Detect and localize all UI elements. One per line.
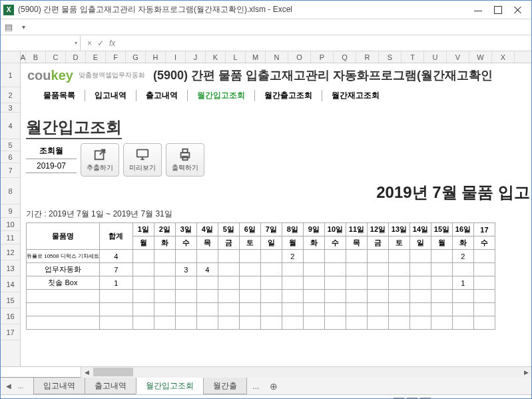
row-header[interactable]: 8 xyxy=(1,178,20,204)
report-title: 2019년 7월 물품 입고 xyxy=(21,179,531,206)
column-header[interactable]: F xyxy=(106,51,126,63)
row-header[interactable]: 17 xyxy=(1,324,20,340)
name-box[interactable]: ▾ xyxy=(1,36,81,51)
row-header[interactable]: 16 xyxy=(1,308,20,324)
column-header[interactable]: E xyxy=(86,51,106,63)
fx-icon[interactable]: fx xyxy=(109,39,115,48)
print-button[interactable]: 출력하기 xyxy=(166,143,204,177)
nav-item[interactable]: 월간출고조회 xyxy=(255,90,322,101)
row-header[interactable]: 11 xyxy=(1,231,20,244)
row-header[interactable]: 7 xyxy=(1,163,20,178)
extract-button[interactable]: 추출하기 xyxy=(81,143,119,177)
column-header[interactable]: R xyxy=(356,51,379,63)
column-header[interactable]: O xyxy=(288,51,311,63)
table-row: 듀플로 10508 디럭스 기차세트422 xyxy=(27,250,495,263)
row-header[interactable]: 5 xyxy=(1,139,20,151)
row-header[interactable]: 10 xyxy=(1,218,20,231)
sheet-content[interactable]: ABCDEFGHIJKLMNOPQRSTUVWX coukey 맞춤형엑셀업무자… xyxy=(21,51,531,366)
close-button[interactable] xyxy=(514,6,522,14)
nav-item[interactable]: 월간입고조회 xyxy=(188,90,255,101)
select-all-triangle[interactable] xyxy=(1,51,20,63)
add-sheet-button[interactable]: ⊕ xyxy=(264,381,283,392)
nav-item[interactable]: 물품목록 xyxy=(34,90,85,101)
brand-tagline: 맞춤형엑셀업무자동화 xyxy=(79,71,145,80)
column-header[interactable]: V xyxy=(447,51,469,63)
export-icon xyxy=(93,147,107,162)
row-headers: 1 2 3 4 5 6 7 8 9 10 11 12 13 14 15 16 1… xyxy=(1,51,21,366)
monitor-icon xyxy=(135,147,150,162)
row-header[interactable]: 4 xyxy=(1,113,20,139)
scroll-right-icon[interactable]: ▶ xyxy=(521,367,531,378)
column-header[interactable]: D xyxy=(66,51,86,63)
sheet-tab[interactable]: 출고내역 xyxy=(85,378,136,394)
column-header[interactable]: H xyxy=(146,51,166,63)
column-header[interactable]: W xyxy=(469,51,492,63)
sheet-tab[interactable]: 월간출 xyxy=(203,378,247,394)
column-header[interactable]: C xyxy=(46,51,66,63)
column-header[interactable]: G xyxy=(126,51,146,63)
horizontal-scrollbar[interactable]: ◀ ▶ xyxy=(81,367,531,378)
sheet-tabs: 입고내역출고내역월간입고조회월간출 xyxy=(34,378,247,394)
column-header[interactable]: K xyxy=(206,51,226,63)
column-header[interactable]: X xyxy=(492,51,515,63)
row-header[interactable]: 3 xyxy=(1,103,20,113)
quick-access-toolbar: ▤ ▾ xyxy=(1,19,531,35)
column-header[interactable]: T xyxy=(401,51,424,63)
excel-icon: X xyxy=(3,5,14,15)
formula-area[interactable]: × ✓ fx xyxy=(81,39,115,48)
row-header[interactable]: 6 xyxy=(1,151,20,163)
row-header[interactable]: 12 xyxy=(1,244,20,260)
tab-ellipsis-right[interactable]: ... xyxy=(247,382,264,391)
row-header[interactable]: 9 xyxy=(1,204,20,218)
column-header[interactable]: A xyxy=(21,51,26,63)
column-header[interactable]: Q xyxy=(334,51,356,63)
brand-logo: coukey xyxy=(27,68,73,83)
document-headline: (5900) 간편 물품 입출고재고관리 자동화프로그램(월간재고확인 xyxy=(153,67,493,83)
enter-icon[interactable]: ✓ xyxy=(97,39,104,48)
query-month-box: 조회월 2019-07 xyxy=(26,143,77,173)
row-header[interactable]: 1 xyxy=(1,63,20,87)
sheet-tab[interactable]: 입고내역 xyxy=(33,378,85,394)
table-row: 업무자동화734 xyxy=(27,263,495,276)
nav-item[interactable]: 출고내역 xyxy=(136,90,188,101)
preview-button[interactable]: 미리보기 xyxy=(123,143,162,177)
minimize-button[interactable] xyxy=(474,6,482,14)
period-text: 기간 : 2019년 7월 1일 ~ 2019년 7월 31일 xyxy=(21,206,531,222)
query-value[interactable]: 2019-07 xyxy=(26,159,77,173)
table-row: 칫솔 Box11 xyxy=(27,276,495,290)
table-row xyxy=(27,290,495,303)
qat-customize-icon[interactable]: ▾ xyxy=(22,23,25,31)
printer-icon xyxy=(178,147,192,162)
column-header[interactable]: N xyxy=(266,51,288,63)
statusbar: ◀ ▯ − + 10% xyxy=(1,394,531,399)
nav-row: 물품목록입고내역출고내역월간입고조회월간출고조회월간재고조회 xyxy=(21,87,531,103)
column-header[interactable]: J xyxy=(186,51,206,63)
maximize-button[interactable] xyxy=(494,6,502,14)
column-header[interactable]: P xyxy=(311,51,334,63)
column-header[interactable]: S xyxy=(379,51,401,63)
formula-bar: ▾ × ✓ fx xyxy=(1,35,531,51)
tab-first-icon[interactable]: ◀ xyxy=(6,382,11,390)
hscroll-area: ◀ ▶ xyxy=(1,366,531,377)
window-controls xyxy=(474,6,529,14)
scroll-thumb[interactable] xyxy=(93,368,133,376)
sheet-tab[interactable]: 월간입고조회 xyxy=(136,378,204,394)
column-header[interactable]: B xyxy=(26,51,46,63)
row-header[interactable]: 2 xyxy=(1,87,20,103)
column-header[interactable]: U xyxy=(424,51,447,63)
column-header[interactable]: I xyxy=(166,51,186,63)
row-header[interactable]: 13 xyxy=(1,260,20,276)
nav-item[interactable]: 월간재고조회 xyxy=(322,90,389,101)
row-header[interactable]: 15 xyxy=(1,292,20,308)
row-header[interactable]: 14 xyxy=(1,276,20,292)
tab-nav: ◀ ... xyxy=(1,382,34,390)
column-header[interactable]: L xyxy=(226,51,246,63)
cancel-icon[interactable]: × xyxy=(87,39,92,48)
scroll-left-icon[interactable]: ◀ xyxy=(81,367,92,378)
column-headers: ABCDEFGHIJKLMNOPQRSTUVWX xyxy=(21,51,531,63)
column-header[interactable]: M xyxy=(246,51,266,63)
tab-ellipsis-left[interactable]: ... xyxy=(13,382,29,390)
nav-item[interactable]: 입고내역 xyxy=(85,90,136,101)
titlebar: X (5900) 간편 물품 입출고재고관리 자동화프로그램(월간재고확인).x… xyxy=(1,1,531,19)
ribbon-collapse-icon[interactable]: ▤ xyxy=(5,22,13,32)
